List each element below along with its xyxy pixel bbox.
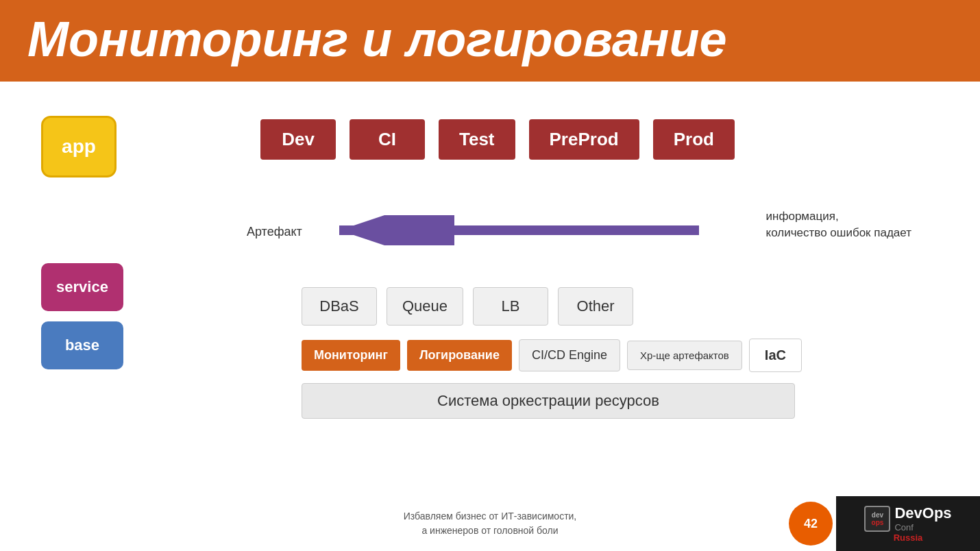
devops-logo-top: dev ops DevOps Conf	[864, 504, 951, 532]
infra-lb[interactable]: LB	[473, 287, 548, 326]
info-line2: количество ошибок падает	[766, 226, 911, 239]
arrow-line	[302, 215, 713, 245]
env-dev[interactable]: Dev	[260, 119, 336, 160]
info-line1: информация,	[766, 210, 839, 223]
tool-iac[interactable]: IaC	[749, 339, 802, 372]
footer-tagline: Избавляем бизнес от ИТ-зависимости, а ин…	[404, 509, 577, 538]
env-preprod[interactable]: PreProd	[529, 119, 639, 160]
tool-logging[interactable]: Логирование	[407, 340, 512, 371]
env-ci[interactable]: CI	[350, 119, 425, 160]
service-label: service	[56, 278, 108, 296]
env-prod[interactable]: Prod	[653, 119, 735, 160]
base-box: base	[41, 321, 123, 369]
base-label: base	[65, 336, 99, 354]
header-title: Мониторинг и логирование	[27, 12, 953, 66]
infra-queue[interactable]: Queue	[387, 287, 463, 326]
infra-other[interactable]: Other	[558, 287, 633, 326]
badge-number: 42	[789, 502, 833, 546]
conf-label: Conf	[894, 522, 951, 532]
infra-dbas[interactable]: DBaS	[302, 287, 377, 326]
env-row: Dev CI Test PreProd Prod	[260, 119, 735, 160]
info-text: информация, количество ошибок падает	[766, 208, 911, 241]
footer: Избавляем бизнес от ИТ-зависимости, а ин…	[0, 496, 980, 551]
devops-main-label: DevOps	[894, 504, 951, 522]
tagline-line1: Избавляем бизнес от ИТ-зависимости,	[404, 511, 577, 522]
main-content: app service base Dev CI Test PreProd Pro…	[0, 82, 980, 478]
app-box: app	[41, 116, 117, 177]
footer-badge: 42	[789, 502, 833, 546]
devops-text-group: DevOps Conf	[894, 504, 951, 532]
russia-label: Russia	[894, 532, 923, 543]
infra-row: DBaS Queue LB Other	[302, 287, 633, 326]
orchestration-bar: Система оркестрации ресурсов	[302, 383, 795, 419]
header-banner: Мониторинг и логирование	[0, 0, 980, 82]
artifact-label: Артефакт	[247, 225, 302, 239]
tool-row: Мониторинг Логирование CI/CD Engine Хр-щ…	[302, 339, 802, 372]
orchestration-label: Система оркестрации ресурсов	[437, 392, 659, 410]
devops-logo: dev ops DevOps Conf Russia	[836, 496, 980, 551]
devops-icon: dev ops	[864, 506, 890, 532]
tool-cicd[interactable]: CI/CD Engine	[519, 339, 620, 371]
tool-monitoring[interactable]: Мониторинг	[302, 340, 400, 371]
app-label: app	[62, 136, 96, 158]
tagline-line2: а инженеров от головной боли	[421, 525, 558, 536]
env-test[interactable]: Test	[439, 119, 515, 160]
tool-artifacts[interactable]: Хр-ще артефактов	[627, 341, 742, 370]
service-box: service	[41, 263, 123, 311]
